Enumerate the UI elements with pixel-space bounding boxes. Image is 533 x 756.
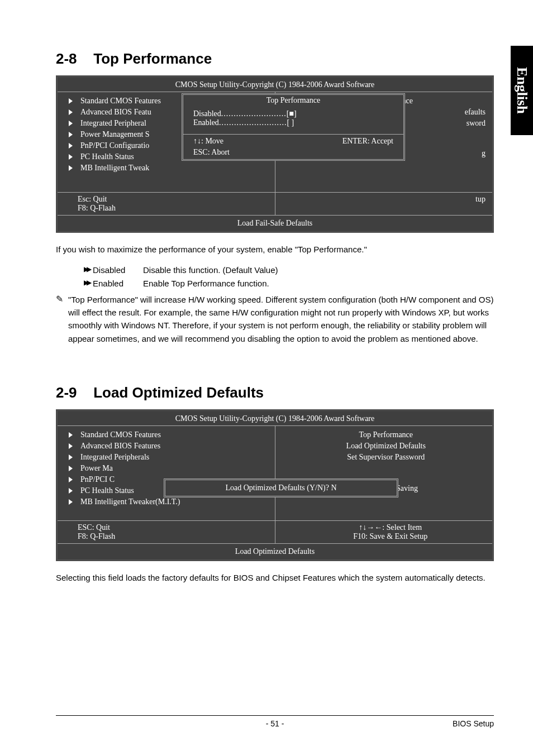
section-heading-2-9: 2-9 Load Optimized Defaults [56, 384, 494, 401]
option-disabled: ▶▶ Disabled Disable this function. (Defa… [84, 264, 494, 276]
section-title: Load Optimized Defaults [93, 384, 264, 401]
triangle-icon [69, 432, 73, 438]
double-triangle-icon: ▶▶ [84, 277, 89, 290]
menu-item[interactable]: Load Optimized Defaults [287, 441, 486, 452]
section1-intro: If you wish to maximize the performance … [56, 243, 494, 256]
triangle-icon [69, 443, 73, 449]
option-list: ▶▶ Disabled Disable this function. (Defa… [56, 264, 494, 290]
help-abort: ESC: Abort [193, 148, 230, 157]
popup-option-disabled[interactable]: Disabled..........................[■] [193, 109, 393, 118]
popup-prompt: Load Optimized Defaults (Y/N)? N [225, 484, 336, 492]
triangle-icon [69, 154, 73, 160]
menu-item[interactable]: MB Intelligent Tweaker(M.I.T.) [69, 496, 268, 508]
load-defaults-popup[interactable]: Load Optimized Defaults (Y/N)? N [164, 479, 398, 497]
menu-item[interactable]: Integrated Peripherals [69, 452, 268, 463]
menu-item[interactable]: Set Supervisor Password [287, 452, 486, 463]
menu-item[interactable]: MB Intelligent Tweak [69, 162, 268, 174]
page-number: - 51 - [56, 719, 494, 728]
triangle-icon [69, 132, 73, 137]
bios-hint: Load Optimized Defaults [58, 543, 492, 559]
menu-item[interactable]: Power Ma [69, 463, 268, 474]
help-move: ↑↓: Move [193, 137, 223, 146]
section-number: 2-9 [56, 384, 89, 401]
note-icon: ✎ [56, 293, 68, 305]
option-enabled: ▶▶ Enabled Enable Top Performance functi… [84, 277, 494, 290]
double-triangle-icon: ▶▶ [84, 264, 89, 277]
popup-title: Top Performance [183, 95, 403, 106]
triangle-icon [69, 98, 73, 104]
footer-key: ESC: Quit [78, 523, 268, 532]
footer-key: F8: Q-Flash [78, 532, 268, 541]
footer-key: Esc: Quit [78, 195, 268, 204]
option-name: Enabled [93, 277, 143, 290]
section2-desc: Selecting this field loads the factory d… [56, 571, 494, 584]
option-desc: Disable this function. (Default Value) [143, 264, 278, 276]
bios-hint: Load Fail-Safe Defaults [58, 215, 492, 231]
spacer [287, 463, 486, 473]
language-tab: English [511, 46, 533, 135]
triangle-icon [69, 109, 73, 115]
top-performance-popup: Top Performance Disabled................… [182, 93, 405, 161]
bios-footer: Esc: Quit F8: Q-Flaah tup [58, 192, 492, 215]
bios-screen-load-optimized: CMOS Setup Utility-Copyright (C) 1984-20… [56, 409, 494, 561]
footer-key: F8: Q-Flaah [78, 204, 268, 213]
footer-key: F10: Save & Exit Setup [296, 532, 486, 541]
triangle-icon [69, 454, 73, 460]
bios-title: CMOS Setup Utility-Copyright (C) 1984-20… [58, 411, 492, 425]
menu-item[interactable]: Top Performance [287, 429, 486, 441]
popup-help-row: ESC: Abort [183, 148, 403, 159]
triangle-icon [69, 143, 73, 149]
triangle-icon [69, 121, 73, 126]
section-title: Top Performance [93, 50, 212, 67]
triangle-icon [69, 466, 73, 471]
note-text: "Top Performance" will increase H/W work… [68, 293, 494, 345]
popup-option-enabled[interactable]: Enabled...........................[ ] [193, 118, 393, 127]
option-name: Disabled [93, 264, 143, 276]
triangle-icon [69, 499, 73, 505]
section-number: 2-8 [56, 50, 89, 68]
bios-title: CMOS Setup Utility-Copyright (C) 1984-20… [58, 77, 492, 92]
note-paragraph: ✎ "Top Performance" will increase H/W wo… [56, 293, 494, 345]
triangle-icon [69, 477, 73, 482]
menu-item[interactable]: Standard CMOS Features [69, 429, 268, 441]
option-desc: Enable Top Performance function. [143, 277, 269, 290]
popup-help-row: ↑↓: Move ENTER: Accept [183, 134, 403, 148]
bios-left-column: Standard CMOS Features Advanced BIOS Fea… [58, 426, 275, 520]
triangle-icon [69, 488, 73, 494]
page-footer: - 51 - BIOS Setup [56, 715, 494, 728]
footer-key-fragment: tup [296, 195, 486, 204]
footer-key: ↑↓→←: Select Item [296, 523, 486, 532]
bios-right-column: Top Performance Load Optimized Defaults … [275, 426, 493, 520]
menu-item[interactable]: Advanced BIOS Features [69, 441, 268, 452]
section-heading-2-8: 2-8 Top Performance [56, 50, 494, 68]
bios-screen-top-performance: CMOS Setup Utility-Copyright (C) 1984-20… [56, 75, 494, 233]
triangle-icon [69, 165, 73, 171]
bios-footer: ESC: Quit F8: Q-Flash ↑↓→←: Select Item … [58, 520, 492, 543]
help-accept: ENTER: Accept [342, 137, 393, 146]
